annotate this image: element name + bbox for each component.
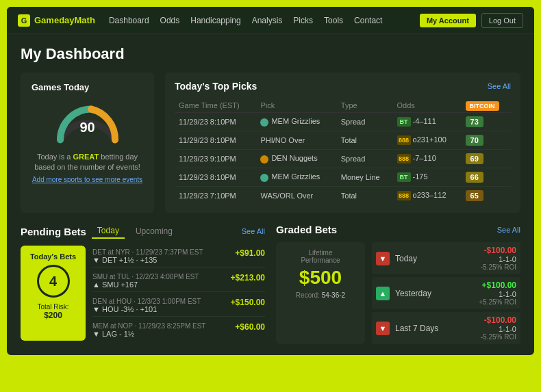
- today-bets-label: Today's Bets: [30, 252, 76, 261]
- graded-bets-inner: LifetimePerformance $500 Record: 54-36-2…: [276, 242, 520, 344]
- stat-arrow: ▼: [376, 252, 390, 265]
- add-sports-link[interactable]: Add more sports to see more events: [32, 176, 142, 183]
- pending-bets-inner: Today's Bets 4 Total Risk: $200 DET at N…: [21, 246, 265, 341]
- bet-score: 73: [462, 113, 511, 131]
- bet-amount: +$60.00: [235, 322, 265, 332]
- nav-handicapping[interactable]: Handicapping: [190, 16, 240, 25]
- today-bets-circle: 4: [37, 265, 70, 298]
- pending-bets-title: Pending Bets: [21, 226, 86, 237]
- bet-score: 69: [462, 150, 511, 168]
- book-icon: 888: [397, 191, 411, 200]
- bet-amount: +$150.00: [231, 298, 265, 307]
- pending-bets-see-all[interactable]: See All: [242, 227, 265, 235]
- top-picks-header: Today's Top Picks See All: [175, 81, 511, 92]
- stat-arrow: ▼: [376, 322, 390, 335]
- book-icon: 888: [397, 154, 411, 164]
- graded-bets-section: Graded Bets See All LifetimePerformance …: [276, 224, 520, 344]
- bet-item-3: MEM at NOP · 11/29/23 8:25PM EST ▼ LAG -…: [92, 319, 265, 341]
- book-icon: BT: [397, 172, 411, 182]
- bet-time: 11/29/23 8:10PM: [175, 113, 256, 131]
- bet-type: Total: [337, 187, 393, 205]
- bet-odds: 888 o231+100: [393, 131, 462, 150]
- stat-roi: +5.25% ROI: [479, 298, 516, 306]
- navbar: G GamedayMath Dashboard Odds Handicappin…: [7, 7, 534, 34]
- record-label: Record:: [296, 291, 320, 299]
- bet-meta: MEM at NOP · 11/29/23 8:25PM EST: [92, 322, 235, 330]
- pending-bets-section: Pending Bets Today Upcoming See All Toda…: [21, 224, 265, 344]
- tab-upcoming[interactable]: Upcoming: [130, 224, 178, 238]
- bet-meta: DEN at HOU · 12/3/23 1:00PM EST: [92, 298, 231, 305]
- nav-tools[interactable]: Tools: [324, 16, 343, 25]
- bet-time: 11/29/23 7:10PM: [175, 187, 256, 205]
- outer-wrapper: G GamedayMath Dashboard Odds Handicappin…: [0, 0, 541, 392]
- games-today-desc: Today is a GREAT betting day based on th…: [32, 152, 143, 173]
- bet-meta: SMU at TUL · 12/2/23 4:00PM EST: [92, 273, 231, 280]
- games-today-title: Games Today: [32, 82, 89, 92]
- nav-analysis[interactable]: Analysis: [252, 16, 283, 25]
- bet-info: DET at NYR · 11/29/23 7:37PM EST ▼ DET +…: [92, 248, 235, 264]
- gauge-number: 90: [79, 120, 95, 135]
- top-section: Games Today 90 Today is a G: [21, 73, 520, 213]
- nav-odds[interactable]: Odds: [160, 16, 180, 25]
- picks-row-1: 11/29/23 8:10PM PHI/NO Over Total 888 o2…: [175, 131, 511, 150]
- main-container: G GamedayMath Dashboard Odds Handicappin…: [7, 7, 534, 355]
- bet-odds: BT -4–111: [393, 113, 462, 131]
- team-flag: [260, 174, 268, 182]
- picks-row-4: 11/29/23 7:10PM WAS/ORL Over Total 888 o…: [175, 187, 511, 205]
- bet-pick: WAS/ORL Over: [256, 187, 336, 205]
- picks-row-0: 11/29/23 8:10PM MEM Grizzlies Spread BT …: [175, 113, 511, 131]
- team-flag: [260, 155, 268, 164]
- page-content: My Dashboard Games Today: [7, 34, 534, 355]
- desc-prefix: Today is a: [37, 153, 73, 161]
- col-odds: Odds: [393, 99, 462, 113]
- nav-actions: My Account Log Out: [420, 13, 523, 28]
- bets-list: DET at NYR · 11/29/23 7:37PM EST ▼ DET +…: [92, 246, 265, 341]
- page-title: My Dashboard: [21, 45, 520, 63]
- bet-type: Spread: [337, 150, 393, 168]
- score-badge: 66: [466, 172, 483, 183]
- graded-bets-see-all[interactable]: See All: [497, 226, 520, 234]
- stat-roi: -5.25% ROI: [481, 263, 516, 271]
- stat-amount: +$100.00: [479, 280, 516, 290]
- nav-dashboard[interactable]: Dashboard: [109, 16, 149, 25]
- lifetime-amount: $500: [286, 267, 355, 289]
- bet-odds: BT -175: [393, 168, 462, 187]
- bet-team: ▼ HOU -3½ · +101: [92, 305, 231, 313]
- today-bets-box: Today's Bets 4 Total Risk: $200: [21, 246, 86, 341]
- nav-contact[interactable]: Contact: [354, 16, 382, 25]
- bet-info: MEM at NOP · 11/29/23 8:25PM EST ▼ LAG -…: [92, 322, 235, 338]
- tab-today[interactable]: Today: [92, 224, 125, 239]
- nav-picks[interactable]: Picks: [293, 16, 313, 25]
- stat-label: Yesterday: [395, 289, 473, 298]
- stat-label: Today: [395, 254, 475, 263]
- bet-score: 66: [462, 168, 511, 187]
- nav-logo: G GamedayMath: [18, 14, 95, 27]
- lifetime-label: LifetimePerformance: [286, 249, 355, 264]
- bet-time: 11/29/23 9:10PM: [175, 150, 256, 168]
- picks-table: Game Time (EST) Pick Type Odds BITCOIN 1…: [175, 99, 511, 205]
- bet-score: 70: [462, 131, 511, 150]
- graded-bets-title: Graded Bets: [276, 224, 337, 235]
- graded-stats: ▼ Today -$100.00 1-1-0 -5.25% ROI ▲ Yest…: [372, 242, 520, 344]
- pending-bets-header: Pending Bets Today Upcoming See All: [21, 224, 265, 239]
- bet-item-0: DET at NYR · 11/29/23 7:37PM EST ▼ DET +…: [92, 246, 265, 267]
- top-picks-see-all[interactable]: See All: [488, 82, 511, 90]
- logout-button[interactable]: Log Out: [481, 13, 523, 28]
- my-account-button[interactable]: My Account: [420, 14, 476, 27]
- bet-type: Spread: [337, 113, 393, 131]
- bet-team: ▼ DET +1½ · +135: [92, 256, 235, 264]
- lifetime-box: LifetimePerformance $500 Record: 54-36-2: [276, 242, 365, 344]
- stat-amount: -$100.00: [481, 246, 516, 255]
- bet-time: 11/29/23 8:10PM: [175, 131, 256, 150]
- bet-info: DEN at HOU · 12/3/23 1:00PM EST ▼ HOU -3…: [92, 298, 231, 313]
- nav-links: Dashboard Odds Handicapping Analysis Pic…: [109, 16, 420, 25]
- top-picks-card: Today's Top Picks See All Game Time (EST…: [165, 73, 520, 213]
- bet-item-2: DEN at HOU · 12/3/23 1:00PM EST ▼ HOU -3…: [92, 295, 265, 317]
- bet-type: Money Line: [337, 168, 393, 187]
- bet-pick: DEN Nuggets: [256, 150, 336, 168]
- total-risk-amount: $200: [44, 311, 62, 320]
- bottom-section: Pending Bets Today Upcoming See All Toda…: [21, 224, 520, 344]
- gauge-container: 90: [53, 101, 122, 145]
- stat-right: +$100.00 1-1-0 +5.25% ROI: [479, 280, 516, 306]
- graded-stat-2: ▼ Last 7 Days -$100.00 1-1-0 -5.25% ROI: [372, 312, 520, 344]
